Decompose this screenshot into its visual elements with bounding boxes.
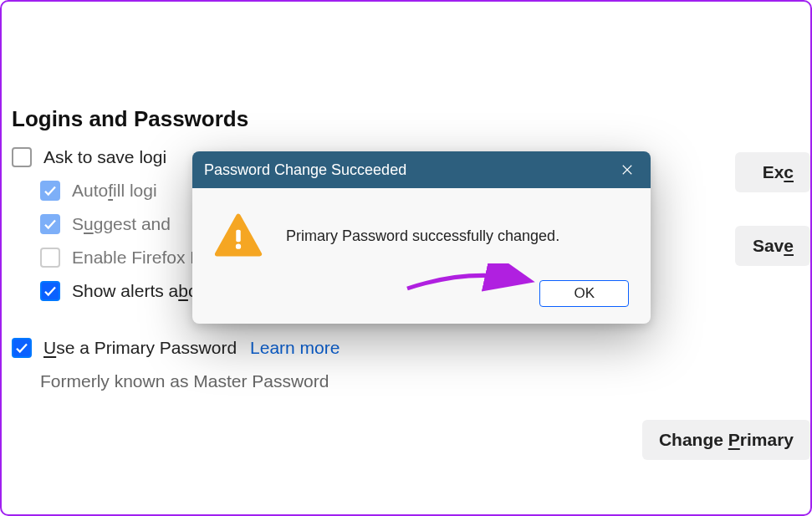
saved-logins-button[interactable]: Save — [735, 226, 810, 266]
close-icon[interactable] — [615, 158, 639, 181]
check-icon — [43, 284, 58, 299]
option-label: Ask to save logi — [43, 147, 166, 167]
ok-button[interactable]: OK — [539, 280, 629, 307]
checkbox-ask-save[interactable] — [12, 147, 32, 167]
password-change-dialog: Password Change Succeeded Primary Passwo… — [192, 151, 651, 324]
option-label: Use a Primary Password — [43, 338, 237, 358]
warning-icon — [214, 212, 263, 260]
section-title: Logins and Passwords — [12, 106, 802, 132]
option-label: Suggest and — [72, 214, 171, 234]
checkbox-suggest[interactable] — [40, 214, 60, 234]
option-primary[interactable]: Use a Primary Password Learn more — [12, 338, 802, 358]
checkbox-relay[interactable] — [40, 248, 60, 268]
option-label: Autofill logi — [72, 181, 157, 201]
svg-point-3 — [236, 244, 241, 249]
svg-rect-2 — [236, 230, 240, 243]
dialog-body: Primary Password successfully changed. — [192, 188, 651, 268]
check-icon — [43, 183, 58, 198]
learn-more-link[interactable]: Learn more — [250, 338, 340, 358]
checkbox-alerts[interactable] — [40, 281, 60, 301]
change-primary-button[interactable]: Change Primary — [642, 420, 810, 460]
checkbox-autofill[interactable] — [40, 181, 60, 201]
side-buttons: Exc Save — [735, 152, 810, 266]
checkbox-primary[interactable] — [12, 338, 32, 358]
dialog-title: Password Change Succeeded — [204, 161, 406, 179]
dialog-footer: OK — [192, 268, 651, 324]
dialog-titlebar: Password Change Succeeded — [192, 151, 651, 188]
check-icon — [14, 340, 29, 355]
dialog-message: Primary Password successfully changed. — [286, 227, 559, 245]
exceptions-button[interactable]: Exc — [735, 152, 810, 192]
primary-subtext: Formerly known as Master Password — [40, 371, 802, 391]
check-icon — [43, 217, 58, 232]
